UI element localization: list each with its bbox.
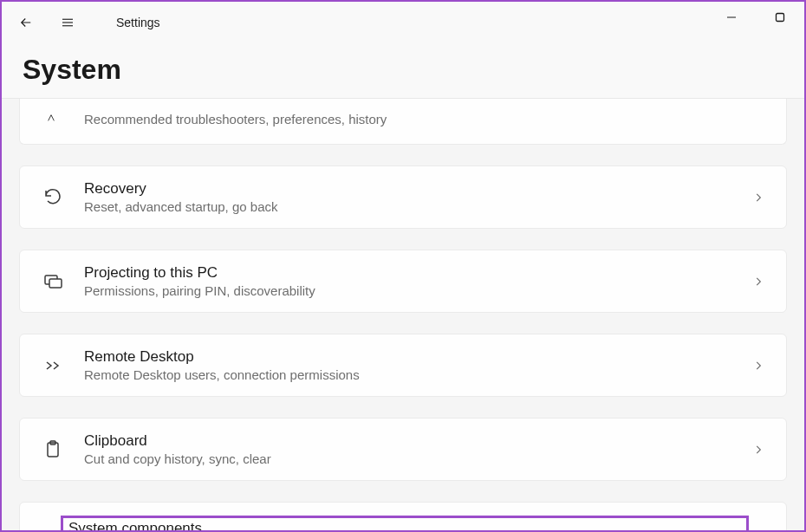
setting-clipboard[interactable]: Clipboard Cut and copy history, sync, cl… [19,418,787,481]
setting-system-components[interactable]: System components Manage system componen… [19,502,787,532]
chevron-right-icon [748,528,769,533]
page-title: System [23,54,783,86]
hamburger-icon [60,15,75,30]
setting-remote-desktop[interactable]: Remote Desktop Remote Desktop users, con… [19,334,787,397]
maximize-button[interactable] [756,2,804,33]
chevron-right-icon [748,355,769,376]
back-button[interactable] [9,5,43,40]
clipboard-icon [37,434,68,465]
card-text: Recovery Reset, advanced startup, go bac… [84,180,748,214]
minimize-button[interactable] [707,2,756,33]
settings-list: Recommended troubleshooters, preferences… [2,99,804,532]
remote-desktop-icon [37,350,68,381]
card-subtitle: Recommended troubleshooters, preferences… [84,112,769,127]
titlebar: Settings [2,2,804,43]
card-subtitle: Remote Desktop users, connection permiss… [84,367,748,382]
card-subtitle: Permissions, pairing PIN, discoverabilit… [84,283,748,298]
card-title: Remote Desktop [84,348,748,366]
card-title: Recovery [84,180,748,198]
recovery-icon [37,182,68,213]
back-arrow-icon [18,15,34,30]
svg-rect-6 [49,279,62,288]
setting-projecting[interactable]: Projecting to this PC Permissions, pairi… [19,250,787,313]
menu-button[interactable] [50,5,85,40]
card-text: System components Manage system componen… [62,516,748,532]
setting-troubleshoot[interactable]: Recommended troubleshooters, preferences… [19,99,787,145]
card-text: Recommended troubleshooters, preferences… [84,110,769,127]
card-subtitle: Cut and copy history, sync, clear [84,451,748,466]
chevron-right-icon [748,187,769,208]
page-header: System [2,43,804,99]
wrench-icon [37,102,68,133]
maximize-icon [775,12,785,23]
projecting-icon [37,266,68,297]
svg-rect-4 [777,14,784,22]
card-title: Clipboard [84,432,748,450]
card-text: Clipboard Cut and copy history, sync, cl… [84,432,748,466]
app-title: Settings [116,16,160,29]
card-title: System components [68,520,741,532]
chevron-right-icon [748,439,769,460]
chevron-right-icon [748,271,769,292]
card-subtitle: Reset, advanced startup, go back [84,199,748,214]
card-text: Remote Desktop Remote Desktop users, con… [84,348,748,382]
window-controls [707,2,804,33]
card-title: Projecting to this PC [84,264,748,282]
minimize-icon [726,12,737,23]
card-text: Projecting to this PC Permissions, pairi… [84,264,748,298]
titlebar-left: Settings [9,5,160,40]
setting-recovery[interactable]: Recovery Reset, advanced startup, go bac… [19,165,787,229]
